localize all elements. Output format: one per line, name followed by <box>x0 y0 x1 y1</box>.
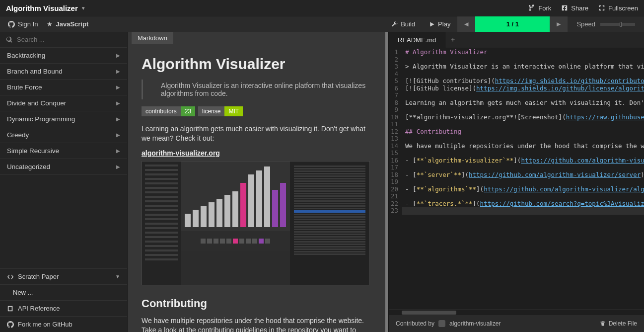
sidebar-item-branch-and-bound[interactable]: Branch and Bound▶ <box>0 64 127 80</box>
chevron-right-icon: ▶ <box>116 116 120 122</box>
sidebar-item-divide-and-conquer[interactable]: Divide and Conquer▶ <box>0 95 127 111</box>
step-forward-button[interactable]: ▶ <box>550 16 568 32</box>
sidebar-item-dynamic-programming[interactable]: Dynamic Programming▶ <box>0 111 127 127</box>
share-button[interactable]: Share <box>561 4 588 12</box>
facebook-icon <box>561 4 568 11</box>
github-icon <box>7 321 14 328</box>
toolbar: Sign In ★ JavaScript Build Play ◀ 1 / 1 … <box>0 16 644 32</box>
step-counter: 1 / 1 <box>475 16 550 32</box>
horizontal-scrollbar[interactable] <box>389 309 644 315</box>
badge-license: licenseMIT <box>198 106 243 116</box>
panel-tab-markdown[interactable]: Markdown <box>132 32 173 44</box>
visualizer-panel: Markdown Algorithm Visualizer Algorithm … <box>128 32 388 332</box>
editor-footer: Contributed by algorithm-visualizer Dele… <box>389 315 644 332</box>
sidebar-bottom: Scratch Paper ▼ New ... API Reference Fo… <box>0 268 127 332</box>
chevron-right-icon: ▶ <box>116 148 120 154</box>
markdown-p2: We have multiple repositories under the … <box>142 316 374 332</box>
markdown-h1: Algorithm Visualizer <box>142 56 374 73</box>
sidebar-item-brute-force[interactable]: Brute Force▶ <box>0 80 127 95</box>
trash-icon <box>600 321 606 327</box>
chevron-down-icon: ▼ <box>81 5 86 11</box>
search-input[interactable] <box>17 36 121 43</box>
chevron-right-icon: ▶ <box>116 69 120 74</box>
speed-slider[interactable] <box>600 23 635 26</box>
app-title[interactable]: Algorithm Visualizer ▼ <box>6 4 86 12</box>
github-fork-link[interactable]: Fork me on GitHub <box>0 317 127 332</box>
code-editor[interactable]: 1234567891011121314151617181920212223 # … <box>389 48 644 309</box>
play-button[interactable]: Play <box>422 16 457 32</box>
wrench-icon <box>392 21 398 27</box>
fullscreen-button[interactable]: Fullscreen <box>598 4 638 12</box>
add-tab-button[interactable]: ＋ <box>445 32 460 48</box>
chevron-right-icon: ▶ <box>116 164 120 169</box>
sidebar: Backtracking▶Branch and Bound▶Brute Forc… <box>0 32 128 332</box>
api-reference-link[interactable]: API Reference <box>0 301 127 317</box>
language-selector[interactable]: ★ JavaScript <box>47 20 88 28</box>
badge-contributors: contributors23 <box>142 106 195 116</box>
fork-icon <box>528 4 535 11</box>
chevron-right-icon: ▶ <box>116 53 120 58</box>
star-icon: ★ <box>47 20 53 28</box>
sidebar-item-backtracking[interactable]: Backtracking▶ <box>0 48 127 64</box>
chevron-right-icon: ▶ <box>116 100 120 106</box>
chevron-down-icon: ▼ <box>115 274 120 279</box>
step-back-button[interactable]: ◀ <box>457 16 475 32</box>
search-row <box>0 32 127 48</box>
fullscreen-icon <box>598 4 605 11</box>
new-scratch-button[interactable]: New ... <box>0 285 127 301</box>
chevron-left-icon: ◀ <box>464 21 468 27</box>
screenshot-preview <box>142 161 370 285</box>
sidebar-item-simple-recursive[interactable]: Simple Recursive▶ <box>0 143 127 159</box>
code-icon <box>7 273 14 280</box>
app-title-text: Algorithm Visualizer <box>6 4 78 12</box>
editor-panel: README.md ＋ 1234567891011121314151617181… <box>388 32 644 332</box>
editor-tab[interactable]: README.md <box>389 32 445 48</box>
editor-tabs: README.md ＋ <box>389 32 644 48</box>
signin-button[interactable]: Sign In <box>8 20 38 28</box>
badges-row: contributors23licenseMIT <box>142 106 374 116</box>
top-header: Algorithm Visualizer ▼ Fork Share Fullsc… <box>0 0 644 16</box>
avatar <box>438 320 445 327</box>
scratch-paper-row[interactable]: Scratch Paper ▼ <box>0 269 127 285</box>
book-icon <box>7 305 14 312</box>
speed-control: Speed <box>568 20 644 28</box>
site-link[interactable]: algorithm-visualizer.org <box>142 149 374 157</box>
markdown-blockquote: Algorithm Visualizer is an interactive o… <box>142 80 374 99</box>
markdown-h2: Contributing <box>142 297 374 310</box>
build-button[interactable]: Build <box>385 16 422 32</box>
markdown-content: Algorithm Visualizer Algorithm Visualize… <box>128 32 388 332</box>
delete-file-button[interactable]: Delete File <box>600 320 637 327</box>
play-icon <box>429 21 435 27</box>
contributor-link[interactable]: algorithm-visualizer <box>449 320 501 327</box>
fork-button[interactable]: Fork <box>528 4 551 12</box>
plus-icon: ＋ <box>449 35 456 44</box>
chevron-right-icon: ▶ <box>557 21 561 27</box>
search-icon <box>6 36 13 43</box>
sidebar-item-uncategorized[interactable]: Uncategorized▶ <box>0 159 127 175</box>
sidebar-item-greedy[interactable]: Greedy▶ <box>0 127 127 143</box>
categories-list: Backtracking▶Branch and Bound▶Brute Forc… <box>0 48 127 268</box>
chevron-right-icon: ▶ <box>116 132 120 138</box>
panel-resize-handle[interactable] <box>385 32 388 332</box>
chevron-right-icon: ▶ <box>116 84 120 90</box>
github-icon <box>8 21 15 28</box>
markdown-p1: Learning an algorithm gets much easier w… <box>142 124 374 143</box>
